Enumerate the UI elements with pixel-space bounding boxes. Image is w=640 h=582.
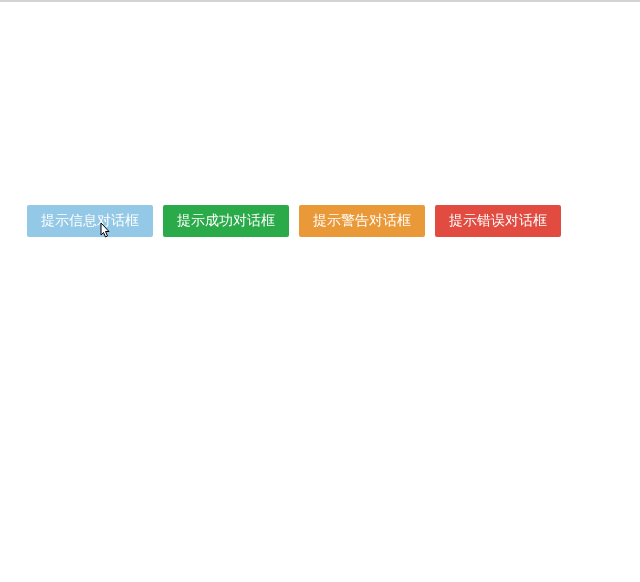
dialog-button-row: 提示信息对话框 提示成功对话框 提示警告对话框 提示错误对话框 (27, 205, 561, 237)
info-dialog-button[interactable]: 提示信息对话框 (27, 205, 153, 237)
success-dialog-button[interactable]: 提示成功对话框 (163, 205, 289, 237)
error-dialog-button[interactable]: 提示错误对话框 (435, 205, 561, 237)
warning-dialog-button[interactable]: 提示警告对话框 (299, 205, 425, 237)
window-top-edge (0, 0, 640, 2)
